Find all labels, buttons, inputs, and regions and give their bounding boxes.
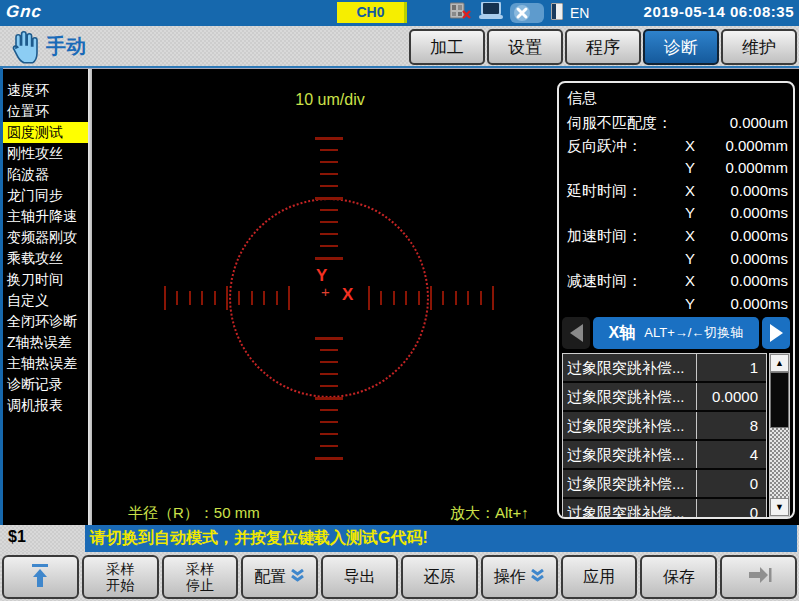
- table-row[interactable]: 过象限突跳补偿...0: [563, 470, 766, 499]
- parameter-table: 过象限突跳补偿...1过象限突跳补偿...0.0000过象限突跳补偿...8过象…: [562, 353, 790, 517]
- y-axis-tick: [320, 433, 338, 435]
- table-row[interactable]: 过象限突跳补偿...8: [563, 412, 766, 441]
- save-button[interactable]: 保存: [640, 555, 717, 599]
- mode-bar: 手动 加工设置程序诊断维护: [0, 26, 799, 68]
- table-row[interactable]: 过象限突跳补偿...1: [563, 354, 766, 383]
- softkey-bar: 采样开始采样停止配置导出还原操作应用保存: [0, 552, 799, 601]
- zoom-in-hint: 放大：Alt+↑: [450, 501, 529, 524]
- next-menu-button[interactable]: [720, 555, 797, 599]
- softkey-label-wrap: 还原: [423, 567, 455, 588]
- info-label: 减速时间：: [567, 270, 685, 293]
- param-value[interactable]: 4: [696, 441, 766, 468]
- sidebar-item-7[interactable]: 主轴升降速: [3, 206, 88, 227]
- softkey-label: 操作: [494, 567, 526, 588]
- axis-selector: X轴 ALT+→/←切换轴: [562, 317, 790, 349]
- x-axis-tick: [405, 291, 407, 305]
- info-label: [567, 248, 685, 271]
- scrollbar-track[interactable]: [770, 428, 789, 498]
- sidebar-item-4[interactable]: 刚性攻丝: [3, 143, 88, 164]
- table-row[interactable]: 过象限突跳补偿...0: [563, 499, 766, 519]
- info-label: 延时时间：: [567, 180, 685, 203]
- sample-stop-button[interactable]: 采样停止: [162, 555, 239, 599]
- datetime: 2019-05-14 06:08:35: [644, 3, 794, 20]
- tab-3[interactable]: 程序: [565, 29, 641, 65]
- machine-offline-icon: [450, 2, 472, 24]
- info-label: [567, 202, 685, 225]
- up-arrow-icon: [26, 561, 54, 593]
- prev-axis-button[interactable]: [562, 317, 590, 349]
- sidebar-item-9[interactable]: 乘载攻丝: [3, 248, 88, 269]
- y-axis-tick: [315, 337, 343, 340]
- sidebar-item-11[interactable]: 自定义: [3, 290, 88, 311]
- right-arrow-icon: [744, 563, 774, 591]
- x-axis-tick: [492, 286, 494, 310]
- sidebar-item-6[interactable]: 龙门同步: [3, 185, 88, 206]
- axis-selector-bar: X轴 ALT+→/←切换轴: [593, 317, 759, 349]
- x-axis-tick: [176, 291, 178, 305]
- param-value[interactable]: 0: [696, 499, 766, 519]
- status-message: 请切换到自动模式，并按复位键载入测试G代码!: [85, 525, 797, 552]
- tab-5[interactable]: 维护: [721, 29, 797, 65]
- x-axis-tick: [480, 291, 482, 305]
- x-axis-tick: [251, 291, 253, 305]
- y-axis-tick: [320, 173, 338, 175]
- table-row[interactable]: 过象限突跳补偿...4: [563, 441, 766, 470]
- sidebar-item-14[interactable]: 主轴热误差: [3, 353, 88, 374]
- x-axis-tick: [467, 291, 469, 305]
- param-name: 过象限突跳补偿...: [563, 499, 696, 519]
- param-name: 过象限突跳补偿...: [563, 412, 696, 439]
- info-label: [567, 157, 685, 180]
- param-value[interactable]: 1: [696, 354, 766, 381]
- tab-4[interactable]: 诊断: [643, 29, 719, 65]
- y-axis-tick: [320, 221, 338, 223]
- sidebar-item-13[interactable]: Z轴热误差: [3, 332, 88, 353]
- info-row: 减速时间：X0.000ms: [567, 270, 793, 293]
- sidebar-item-1[interactable]: 速度环: [3, 80, 88, 101]
- table-scrollbar[interactable]: ▲ ▼: [769, 353, 790, 517]
- info-axis: X: [685, 270, 713, 293]
- x-axis-tick: [238, 291, 240, 305]
- sidebar-item-2[interactable]: 位置环: [3, 101, 88, 122]
- sample-start-button[interactable]: 采样开始: [82, 555, 159, 599]
- parameter-rows: 过象限突跳补偿...1过象限突跳补偿...0.0000过象限突跳补偿...8过象…: [562, 353, 767, 517]
- sidebar-item-8[interactable]: 变频器刚攻: [3, 227, 88, 248]
- param-value[interactable]: 8: [696, 412, 766, 439]
- sidebar-item-3[interactable]: 圆度测试: [3, 122, 88, 143]
- operate-button[interactable]: 操作: [481, 555, 558, 599]
- x-axis-tick: [201, 291, 203, 305]
- info-label: 伺服不匹配度：: [567, 112, 685, 135]
- param-value[interactable]: 0.0000: [696, 383, 766, 410]
- y-axis-tick: [320, 233, 338, 235]
- param-value[interactable]: 0: [696, 470, 766, 497]
- restore-button[interactable]: 还原: [401, 555, 478, 599]
- apply-button[interactable]: 应用: [561, 555, 638, 599]
- diagnosis-sidebar: 速度环位置环圆度测试刚性攻丝陷波器龙门同步主轴升降速变频器刚攻乘载攻丝换刀时间自…: [3, 80, 88, 416]
- tab-1[interactable]: 加工: [409, 29, 485, 65]
- next-axis-button[interactable]: [762, 317, 790, 349]
- x-axis-tick: [380, 291, 382, 305]
- back-button[interactable]: [2, 555, 79, 599]
- sidebar-item-10[interactable]: 换刀时间: [3, 269, 88, 290]
- config-button[interactable]: 配置: [241, 555, 318, 599]
- sidebar-item-5[interactable]: 陷波器: [3, 164, 88, 185]
- info-rows: 伺服不匹配度：0.000um反向跃冲：X0.000mmY0.000mm延时时间：…: [559, 108, 793, 315]
- table-row[interactable]: 过象限突跳补偿...0.0000: [563, 383, 766, 412]
- monitor-icon: [479, 2, 503, 24]
- export-button[interactable]: 导出: [321, 555, 398, 599]
- sidebar-item-16[interactable]: 调机报表: [3, 395, 88, 416]
- sidebar-item-12[interactable]: 全闭环诊断: [3, 311, 88, 332]
- right-triangle-icon: [770, 324, 783, 342]
- tab-2[interactable]: 设置: [487, 29, 563, 65]
- scrollbar-thumb[interactable]: [770, 372, 789, 428]
- brand-logo: Gnc: [5, 2, 43, 22]
- softkey-label-wrap: 应用: [583, 567, 615, 588]
- softkey-label: 采样: [106, 561, 134, 577]
- scroll-up-button[interactable]: ▲: [770, 354, 789, 372]
- x-axis-tick: [164, 286, 166, 310]
- softkey-label-wrap: 操作: [494, 567, 545, 588]
- scroll-down-button[interactable]: ▼: [770, 498, 789, 516]
- info-axis: [685, 112, 713, 135]
- sidebar-item-15[interactable]: 诊断记录: [3, 374, 88, 395]
- info-value: 0.000ms: [713, 225, 793, 248]
- info-row: 伺服不匹配度：0.000um: [567, 112, 793, 135]
